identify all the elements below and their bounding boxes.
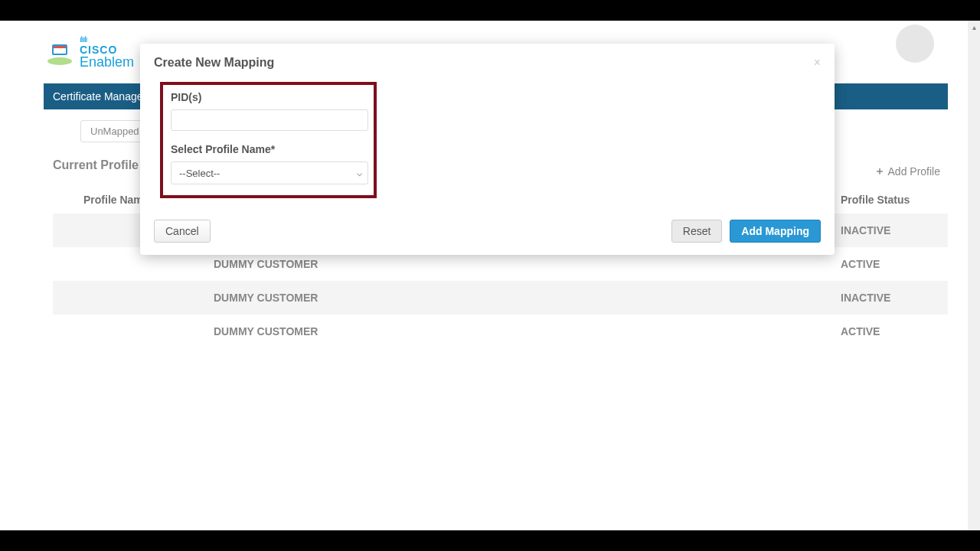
modal-body: PID(s) Select Profile Name* --Select-- ⌵ — [140, 77, 835, 212]
pid-field-group: PID(s) — [171, 91, 366, 131]
cancel-button[interactable]: Cancel — [154, 220, 211, 243]
reset-button[interactable]: Reset — [671, 220, 723, 243]
footer-right: Reset Add Mapping — [671, 220, 821, 243]
highlight-box: PID(s) Select Profile Name* --Select-- ⌵ — [160, 82, 377, 198]
modal-header: Create New Mapping × — [140, 44, 835, 77]
modal-footer: Cancel Reset Add Mapping — [140, 212, 835, 255]
pid-input[interactable] — [171, 109, 368, 131]
letterbox-top — [0, 0, 980, 21]
letterbox-bottom — [0, 530, 980, 551]
scroll-up-icon[interactable]: ▴ — [968, 21, 980, 33]
scrollbar[interactable]: ▴ — [968, 21, 980, 530]
add-mapping-button[interactable]: Add Mapping — [730, 220, 821, 243]
modal-title: Create New Mapping — [154, 56, 274, 70]
modal-backdrop: Create New Mapping × PID(s) Select Profi… — [0, 21, 980, 530]
profile-label: Select Profile Name* — [171, 143, 366, 155]
close-icon[interactable]: × — [814, 56, 821, 70]
pid-label: PID(s) — [171, 91, 366, 103]
create-mapping-modal: Create New Mapping × PID(s) Select Profi… — [140, 44, 835, 255]
profile-select[interactable]: --Select-- — [171, 161, 368, 184]
profile-field-group: Select Profile Name* --Select-- ⌵ — [171, 143, 366, 184]
app-container: ılıılı CISCO Enablem Certificate Managem… — [0, 21, 980, 530]
profile-select-wrap: --Select-- ⌵ — [171, 161, 368, 184]
